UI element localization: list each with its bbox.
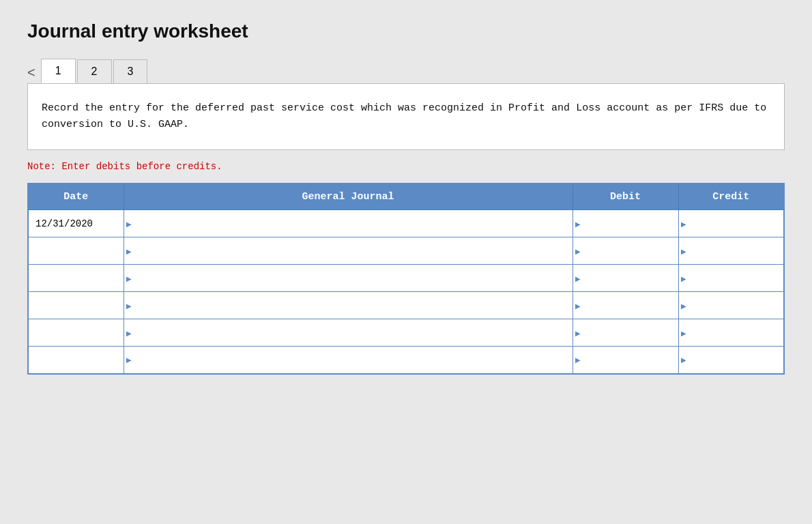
input-debit[interactable] <box>573 210 678 237</box>
cell-credit <box>678 347 784 374</box>
page-title: Journal entry worksheet <box>27 20 785 42</box>
cell-date <box>28 237 124 265</box>
input-general-journal[interactable] <box>124 292 572 319</box>
cell-debit <box>572 265 678 292</box>
input-debit[interactable] <box>573 292 678 319</box>
table-row <box>28 292 784 319</box>
table-row <box>28 319 784 347</box>
input-credit[interactable] <box>679 319 784 346</box>
input-date[interactable] <box>29 237 124 264</box>
tabs-container: < 1 2 3 <box>27 59 785 83</box>
cell-general-journal <box>124 265 572 292</box>
cell-debit <box>572 237 678 265</box>
input-credit[interactable] <box>679 237 784 264</box>
note-text: Note: Enter debits before credits. <box>27 161 785 172</box>
cell-general-journal <box>124 319 572 347</box>
input-date[interactable] <box>29 347 124 373</box>
cell-credit <box>678 237 784 265</box>
cell-debit <box>572 319 678 347</box>
cell-general-journal <box>124 292 572 319</box>
cell-general-journal <box>124 237 572 265</box>
table-row <box>28 265 784 292</box>
cell-date <box>28 319 124 347</box>
input-debit[interactable] <box>573 237 678 264</box>
input-date[interactable] <box>29 319 124 346</box>
cell-date <box>28 265 124 292</box>
input-debit[interactable] <box>573 265 678 291</box>
table-row <box>28 237 784 265</box>
input-general-journal[interactable] <box>124 347 572 373</box>
input-credit[interactable] <box>679 347 784 373</box>
nav-arrow-left[interactable]: < <box>27 65 35 83</box>
tab-content: Record the entry for the deferred past s… <box>27 83 785 150</box>
cell-date <box>28 347 124 374</box>
tab-2[interactable]: 2 <box>77 59 112 83</box>
header-debit: Debit <box>572 184 678 210</box>
tab-3[interactable]: 3 <box>113 59 148 83</box>
cell-general-journal <box>124 347 572 374</box>
cell-debit <box>572 210 678 237</box>
input-general-journal[interactable] <box>124 210 572 237</box>
cell-date <box>28 210 124 237</box>
tab-1[interactable]: 1 <box>41 59 76 83</box>
header-general-journal: General Journal <box>124 184 572 210</box>
cell-debit <box>572 347 678 374</box>
cell-date <box>28 292 124 319</box>
input-general-journal[interactable] <box>124 237 572 264</box>
input-date[interactable] <box>29 210 124 237</box>
header-date: Date <box>28 184 124 210</box>
input-credit[interactable] <box>679 210 784 237</box>
cell-debit <box>572 292 678 319</box>
cell-credit <box>678 210 784 237</box>
input-credit[interactable] <box>679 292 784 319</box>
input-general-journal[interactable] <box>124 319 572 346</box>
cell-general-journal <box>124 210 572 237</box>
cell-credit <box>678 265 784 292</box>
cell-credit <box>678 319 784 347</box>
journal-table: Date General Journal Debit Credit <box>27 183 785 375</box>
header-credit: Credit <box>678 184 784 210</box>
input-credit[interactable] <box>679 265 784 291</box>
description-text: Record the entry for the deferred past s… <box>42 100 770 133</box>
cell-credit <box>678 292 784 319</box>
input-date[interactable] <box>29 292 124 319</box>
input-general-journal[interactable] <box>124 265 572 291</box>
input-debit[interactable] <box>573 319 678 346</box>
input-debit[interactable] <box>573 347 678 373</box>
table-row <box>28 210 784 237</box>
table-row <box>28 347 784 374</box>
input-date[interactable] <box>29 265 124 291</box>
table-header-row: Date General Journal Debit Credit <box>28 184 784 210</box>
